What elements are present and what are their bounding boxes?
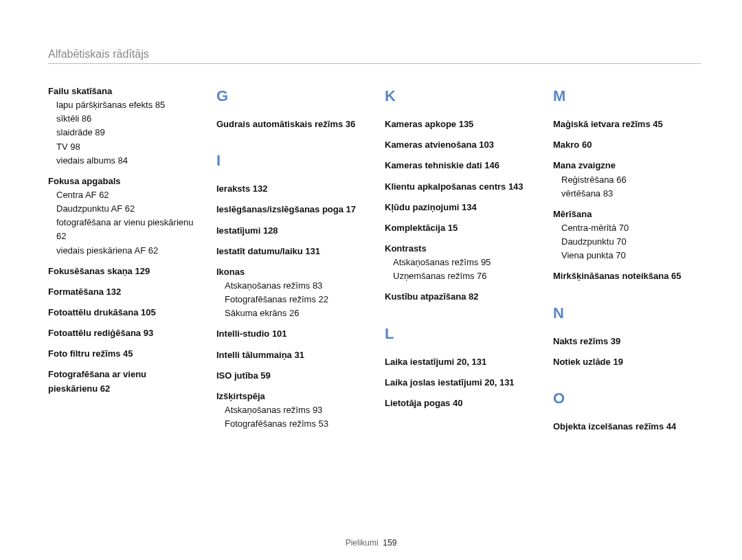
page-header: Alfabētiskais rādītājs [48, 48, 701, 64]
entry-heading: Formatēšana 132 [48, 285, 196, 299]
entry-heading: Intelli tālummaiņa 31 [216, 348, 364, 362]
entry-heading: Objekta izcelšanas režīms 44 [553, 420, 701, 434]
entry-heading: Ieslēgšanas/izslēgšanas poga 17 [216, 203, 364, 216]
entry-heading: Iestatījumi 128 [216, 224, 364, 238]
entry-heading: Komplektācija 15 [385, 221, 532, 235]
footer-page-number: 159 [383, 538, 396, 548]
entry-sub: sīktēli 86 [48, 112, 196, 126]
entry-heading: Maģiskā ietvara režīms 45 [553, 117, 701, 131]
entry-heading: Notiek uzlāde 19 [553, 355, 701, 369]
letter-heading: L [385, 322, 532, 346]
letter-heading: G [216, 85, 364, 108]
entry-sub: viedais pieskāriena AF 62 [48, 244, 196, 258]
entry-heading: Kameras atvienošana 103 [385, 138, 532, 152]
entry-heading: Kameras tehniskie dati 146 [385, 159, 532, 172]
letter-heading: M [553, 85, 701, 108]
entry-heading: Klientu apkalpošanas centrs 143 [385, 180, 532, 194]
entry-heading: Fotografēšana ar vienu pieskārienu 62 [48, 368, 196, 395]
entry-heading: Fokusa apgabals [48, 175, 196, 188]
entry-heading: Kustību atpazīšana 82 [385, 290, 532, 304]
entry-sub: slaidrāde 89 [48, 126, 196, 139]
entry-heading: Kameras apkope 135 [385, 117, 532, 131]
entry-heading: Mirkšķināšanas noteikšana 65 [553, 269, 701, 283]
footer-label: Pielikumi [346, 538, 379, 548]
entry-heading: Lietotāja pogas 40 [385, 396, 532, 410]
entry-heading: Izšķirtspēja [216, 390, 364, 403]
entry-sub: Atskaņošanas režīms 95 [385, 256, 532, 269]
entry-heading: Ieraksts 132 [216, 182, 364, 196]
entry-heading: Failu skatīšana [48, 85, 196, 98]
entry-heading: Fokusēšanas skaņa 129 [48, 265, 196, 278]
column-1: Failu skatīšana lapu pāršķiršanas efekts… [48, 85, 196, 434]
entry-sub: lapu pāršķiršanas efekts 85 [48, 98, 196, 112]
entry-sub: TV 98 [48, 140, 196, 154]
column-3: K Kameras apkope 135 Kameras atvienošana… [385, 85, 532, 434]
entry-heading: Gudrais automātiskais režīms 36 [216, 117, 364, 131]
entry-sub: Atskaņošanas režīms 83 [216, 279, 364, 293]
entry-sub: Fotografēšanas režīms 22 [216, 293, 364, 306]
index-columns: Failu skatīšana lapu pāršķiršanas efekts… [48, 85, 701, 434]
entry-sub: Centra AF 62 [48, 188, 196, 202]
entry-sub: Atskaņošanas režīms 93 [216, 403, 364, 417]
entry-heading: Makro 60 [553, 138, 701, 152]
entry-heading: Fotoattēlu drukāšana 105 [48, 306, 196, 320]
entry-heading: Foto filtru režīms 45 [48, 347, 196, 361]
entry-heading: Iestatīt datumu/laiku 131 [216, 245, 364, 258]
entry-heading: Ikonas [216, 265, 364, 279]
entry-sub: Sākuma ekrāns 26 [216, 306, 364, 320]
entry-heading: Mērīšana [553, 208, 701, 221]
letter-heading: I [216, 149, 364, 172]
entry-heading: Laika joslas iestatījumi 20, 131 [385, 376, 532, 390]
column-4: M Maģiskā ietvara režīms 45 Makro 60 Man… [553, 85, 701, 434]
entry-heading: ISO jutība 59 [216, 369, 364, 383]
entry-sub: Daudzpunktu 70 [553, 235, 701, 249]
entry-heading: Kontrasts [385, 242, 532, 256]
entry-heading: Mana zvaigzne [553, 159, 701, 172]
entry-sub: viedais albums 84 [48, 154, 196, 168]
column-2: G Gudrais automātiskais režīms 36 I Iera… [216, 85, 364, 434]
entry-sub: Uzņemšanas režīms 76 [385, 269, 532, 283]
letter-heading: O [553, 387, 701, 410]
entry-sub: Reģistrēšana 66 [553, 173, 701, 187]
entry-sub: Viena punkta 70 [553, 249, 701, 262]
entry-sub: Centra-mērītā 70 [553, 221, 701, 235]
entry-heading: Nakts režīms 39 [553, 335, 701, 348]
entry-sub: Daudzpunktu AF 62 [48, 202, 196, 216]
entry-sub: fotografēšana ar vienu pieskārienu 62 [48, 216, 196, 243]
entry-heading: Laika iestatījumi 20, 131 [385, 355, 532, 369]
entry-heading: Kļūdu paziņojumi 134 [385, 201, 532, 214]
letter-heading: K [385, 85, 532, 108]
page-footer: Pielikumi 159 [0, 538, 742, 548]
letter-heading: N [553, 302, 701, 325]
entry-sub: vērtēšana 83 [553, 187, 701, 201]
entry-sub: Fotografēšanas režīms 53 [216, 417, 364, 431]
entry-heading: Intelli-studio 101 [216, 327, 364, 341]
entry-heading: Fotoattēlu rediģēšana 93 [48, 326, 196, 340]
